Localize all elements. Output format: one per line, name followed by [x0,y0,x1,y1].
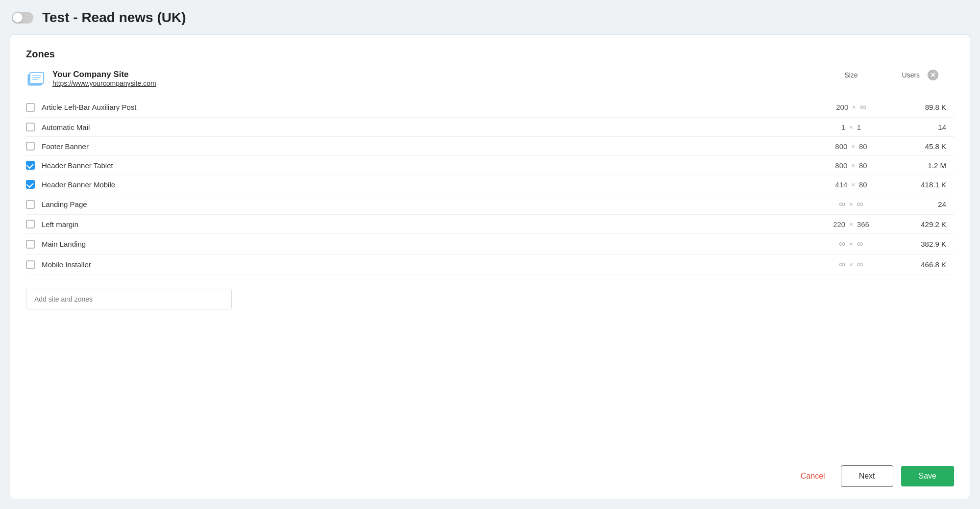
zone-checkbox-footer-banner[interactable] [26,142,35,151]
svg-rect-2 [30,73,44,83]
zone-users-landing-page: 24 [895,200,954,208]
site-header: Your Company Site https://www.yourcompan… [26,70,954,89]
zone-checkbox-left-margin[interactable] [26,220,35,229]
table-row: Header Banner Tablet 800 × 80 1.2 M [26,156,954,175]
zone-name-automatic-mail: Automatic Mail [42,123,807,131]
table-row: Main Landing ∞ × ∞ 382.9 K [26,234,954,254]
zones-section-title: Zones [26,49,954,60]
zone-checkbox-mobile-installer[interactable] [26,260,35,269]
table-row: Article Left-Bar Auxiliary Post 200 × ∞ … [26,97,954,118]
zone-name-header-banner-tablet: Header Banner Tablet [42,161,807,170]
zone-users-automatic-mail: 14 [895,123,954,131]
zone-checkbox-article-left-bar[interactable] [26,103,35,112]
zone-checkbox-automatic-mail[interactable] [26,123,35,131]
zone-users-main-landing: 382.9 K [895,240,954,248]
site-url: https://www.yourcompanysite.com [52,79,800,87]
page-title: Test - Read news (UK) [42,10,186,25]
add-site-input[interactable] [26,289,232,309]
zone-size-left-margin: 220 × 366 [807,220,895,229]
zone-name-main-landing: Main Landing [42,240,807,248]
table-row: Footer Banner 800 × 80 45.8 K [26,137,954,156]
zone-size-mobile-installer: ∞ × ∞ [807,259,895,270]
remove-site-button[interactable]: ✕ [928,70,938,80]
zone-users-header-banner-tablet: 1.2 M [895,161,954,170]
zone-size-main-landing: ∞ × ∞ [807,239,895,249]
enabled-toggle[interactable] [12,12,33,24]
footer-actions: Cancel Next Save [26,454,954,487]
zone-name-article-left-bar: Article Left-Bar Auxiliary Post [42,103,807,111]
zone-size-footer-banner: 800 × 80 [807,142,895,151]
add-site-area [26,285,954,309]
users-column-header: Users ✕ [895,70,954,80]
table-row: Automatic Mail 1 × 1 14 [26,118,954,137]
zone-name-left-margin: Left margin [42,220,807,229]
zone-checkbox-landing-page[interactable] [26,200,35,209]
site-icon [26,70,46,89]
zone-name-header-banner-mobile: Header Banner Mobile [42,180,807,189]
zone-checkbox-header-banner-mobile[interactable] [26,180,35,189]
zone-size-article-left-bar: 200 × ∞ [807,102,895,112]
table-row: Mobile Installer ∞ × ∞ 466.8 K [26,254,954,275]
save-button[interactable]: Save [901,466,954,486]
zone-users-article-left-bar: 89.8 K [895,103,954,111]
zones-table: Article Left-Bar Auxiliary Post 200 × ∞ … [26,97,954,275]
zone-size-landing-page: ∞ × ∞ [807,199,895,209]
table-row: Landing Page ∞ × ∞ 24 [26,194,954,215]
zone-name-footer-banner: Footer Banner [42,142,807,151]
zone-checkbox-main-landing[interactable] [26,240,35,249]
site-info: Your Company Site https://www.yourcompan… [52,70,800,87]
table-row: Left margin 220 × 366 429.2 K [26,215,954,234]
size-column-header: Size [807,71,895,79]
zone-checkbox-header-banner-tablet[interactable] [26,161,35,170]
table-row: Header Banner Mobile 414 × 80 418.1 K [26,175,954,194]
cancel-button[interactable]: Cancel [793,467,833,485]
zone-name-mobile-installer: Mobile Installer [42,260,807,269]
zone-users-footer-banner: 45.8 K [895,142,954,151]
zone-name-landing-page: Landing Page [42,200,807,208]
zone-users-header-banner-mobile: 418.1 K [895,180,954,189]
zone-size-automatic-mail: 1 × 1 [807,123,895,131]
zone-users-mobile-installer: 466.8 K [895,260,954,269]
zone-size-header-banner-tablet: 800 × 80 [807,161,895,170]
zone-size-header-banner-mobile: 414 × 80 [807,180,895,189]
main-card: Zones Your Company Site https://www.your… [10,34,970,499]
zone-users-left-margin: 429.2 K [895,220,954,229]
site-name: Your Company Site [52,70,800,79]
next-button[interactable]: Next [841,465,893,487]
